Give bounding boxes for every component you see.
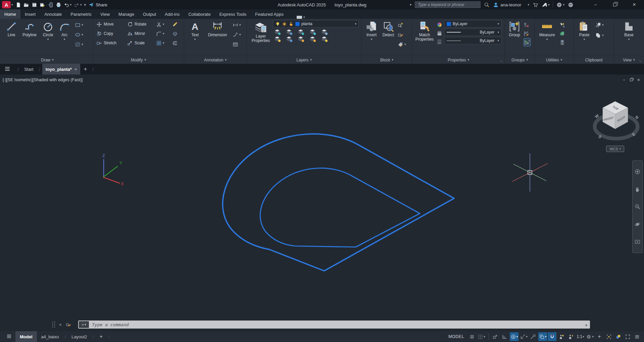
id-point-button[interactable] <box>559 30 565 38</box>
chevron-down-icon[interactable]: ▾ <box>163 32 164 35</box>
chevron-down-icon[interactable]: ▾ <box>239 33 241 36</box>
tab-add-ins[interactable]: Add-ins <box>160 9 184 19</box>
tab-insert[interactable]: Insert <box>20 9 40 19</box>
user-account-button[interactable]: ana-leonor ▾ <box>493 2 529 8</box>
ucs-icon[interactable]: Z Y X <box>102 153 124 186</box>
graphics-performance-button[interactable] <box>614 332 623 341</box>
help-button[interactable]: ▾ <box>556 2 564 8</box>
group-edit-button[interactable] <box>524 30 531 38</box>
match-properties-button[interactable]: MatchProperties <box>414 20 435 56</box>
clean-screen-button[interactable] <box>623 332 632 341</box>
layer-unlock-button[interactable] <box>309 36 315 42</box>
workspace-switching-button[interactable]: ▾ <box>585 332 594 341</box>
chevron-down-icon[interactable]: ▾ <box>355 22 356 26</box>
search-icon[interactable] <box>484 2 490 8</box>
paste-button[interactable]: Paste▾ <box>577 20 592 56</box>
fillet-button[interactable]: ▾ <box>156 30 172 38</box>
layer-lock-button[interactable] <box>309 29 315 35</box>
plot-icon[interactable] <box>56 2 61 8</box>
layer-color-swatch[interactable] <box>295 22 300 26</box>
layer-states-button[interactable] <box>321 29 327 35</box>
panel-label-properties[interactable]: Properties▾→ <box>412 56 505 64</box>
annotation-monitor-button[interactable]: + <box>595 332 604 341</box>
quick-calculator-button[interactable] <box>559 38 565 46</box>
pan-hand-icon[interactable] <box>634 186 641 192</box>
customization-button[interactable] <box>633 332 641 341</box>
array-button[interactable]: ▾ <box>156 39 172 47</box>
infer-constraints-toggle[interactable] <box>491 332 500 341</box>
cut-button[interactable]: ▾ <box>595 21 604 29</box>
chevron-down-icon[interactable]: ▾ <box>602 34 604 37</box>
layer-on-bulb-icon[interactable] <box>275 21 280 27</box>
chevron-down-icon[interactable]: ▾ <box>548 3 550 6</box>
panel-label-groups[interactable]: Groups▾ <box>505 56 534 64</box>
chevron-down-icon[interactable]: ▾ <box>497 31 499 34</box>
new-layout-button[interactable]: + <box>95 331 107 342</box>
chevron-down-icon[interactable]: ▾ <box>70 3 72 6</box>
lineweight-dropdown[interactable]: ByLayer ▾ <box>444 29 501 36</box>
edit-block-button[interactable] <box>398 31 406 39</box>
snap-mode-toggle[interactable]: ▾ <box>477 332 486 341</box>
detect-button[interactable]: Detect <box>381 20 396 56</box>
window-close-button[interactable]: × <box>625 0 644 9</box>
layer-isolate-button[interactable] <box>286 29 292 35</box>
search-input[interactable] <box>415 1 481 8</box>
chevron-down-icon[interactable]: ▾ <box>516 335 518 338</box>
erase-button[interactable] <box>172 20 178 29</box>
polyline-button[interactable]: Polyline <box>20 20 39 56</box>
copy-clip-button[interactable]: ▾ <box>595 31 604 40</box>
new-drawing-tab-button[interactable]: + <box>80 66 90 72</box>
panel-label-draw[interactable]: Draw▾ <box>2 56 93 64</box>
autodesk-assistant-icon[interactable] <box>568 2 574 8</box>
autodesk-access-button[interactable]: ▾ <box>542 2 550 8</box>
ribbon-display-toggle[interactable]: ▾ <box>294 16 308 19</box>
search-expand-icon[interactable]: ▾ <box>409 4 412 5</box>
navigation-wheel-icon[interactable] <box>634 168 641 175</box>
chevron-down-icon[interactable]: ▾ <box>628 38 630 41</box>
ortho-toggle[interactable] <box>500 332 509 341</box>
ellipse-button[interactable]: ▾ <box>75 31 83 39</box>
layer-dropdown[interactable]: planta ▾ <box>273 20 359 28</box>
chevron-down-icon[interactable]: ▾ <box>528 3 529 6</box>
command-prompt-icon[interactable]: >▾ <box>79 321 89 328</box>
close-tab-icon[interactable]: × <box>75 67 77 72</box>
tab-output[interactable]: Output <box>139 9 160 19</box>
tab-parametric[interactable]: Parametric <box>66 9 96 19</box>
isodraft-toggle[interactable]: ▾ <box>510 332 519 341</box>
layer-freeze-button[interactable] <box>298 29 304 35</box>
isolate-objects-button[interactable] <box>604 332 613 341</box>
object-snap-tracking-toggle[interactable]: ▾ <box>519 332 528 341</box>
open-file-icon[interactable] <box>23 2 29 8</box>
chevron-down-icon[interactable]: ▾ <box>194 38 196 41</box>
wcs-dropdown[interactable]: WCS ▾ <box>606 146 624 152</box>
dialog-launcher-icon[interactable]: → <box>499 58 504 63</box>
hatch-button[interactable]: ▾ <box>75 40 83 49</box>
file-tabs-menu-button[interactable] <box>0 65 15 73</box>
trim-button[interactable]: ▾ <box>156 20 172 29</box>
table-button[interactable] <box>233 40 241 49</box>
layer-properties-button[interactable]: LayerProperties <box>249 20 273 56</box>
panel-label-utilities[interactable]: Utilities▾ <box>535 56 574 64</box>
chevron-down-icon[interactable]: ▾ <box>82 43 83 46</box>
group-selection-toggle[interactable] <box>524 38 531 46</box>
tab-featured-apps[interactable]: Featured Apps <box>251 9 288 19</box>
save-as-icon[interactable] <box>40 2 45 8</box>
command-history-icon[interactable]: ▲ <box>585 323 588 327</box>
layer-unisolate-button[interactable] <box>286 36 292 42</box>
panel-label-view[interactable]: View▾→ <box>614 56 644 64</box>
panel-label-annotation[interactable]: Annotation▾ <box>184 56 246 64</box>
layer-off-button[interactable] <box>274 29 280 35</box>
show-motion-icon[interactable] <box>634 239 641 245</box>
chevron-down-icon[interactable]: ▾ <box>583 335 584 338</box>
scale-button[interactable]: Scale <box>127 39 156 47</box>
linetype-dropdown[interactable]: ByLayer ▾ <box>444 37 501 44</box>
tab-express-tools[interactable]: Express Tools <box>215 9 251 19</box>
chevron-down-icon[interactable]: ▾ <box>546 38 548 41</box>
orbit-icon[interactable] <box>634 221 641 228</box>
explode-button[interactable] <box>172 30 178 38</box>
layout-tab-layout2[interactable]: Layout2 <box>67 331 91 342</box>
file-tab-start[interactable]: Start <box>21 64 37 75</box>
viewcube[interactable]: W N S E TOP FRONT RIGHT <box>594 101 640 139</box>
open-from-mobile-icon[interactable] <box>48 2 53 8</box>
chevron-down-icon[interactable]: ▾ <box>592 335 594 338</box>
